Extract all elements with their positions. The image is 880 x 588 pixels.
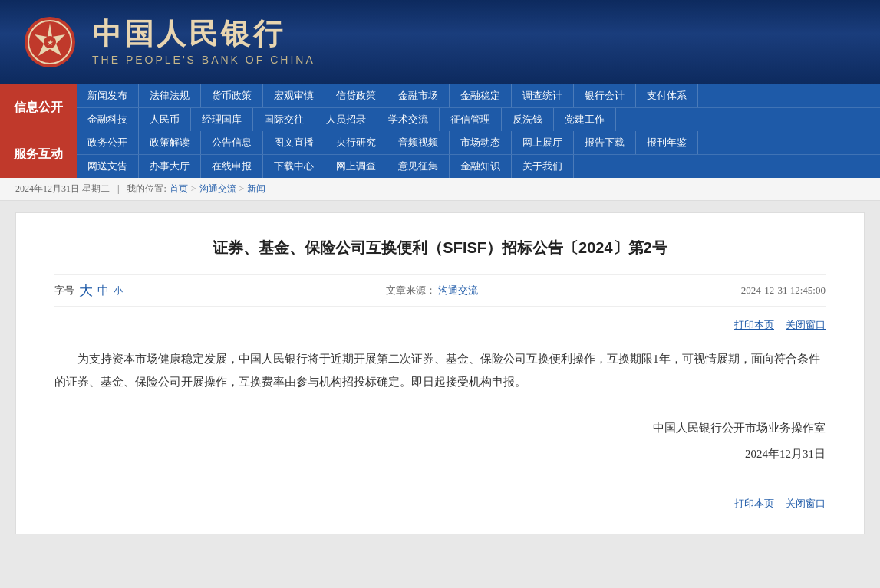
breadcrumb-location-label: 我的位置: [127, 182, 166, 195]
nav-item-xueshu[interactable]: 学术交流 [377, 108, 440, 131]
main-content: 证券、基金、保险公司互换便利（SFISF）招标公告〔2024〕第2号 字号 大 … [15, 212, 865, 534]
header-text-block: 中国人民银行 THE PEOPLE'S BANK OF CHINA [92, 18, 315, 66]
nav-item-yinhang[interactable]: 银行会计 [574, 84, 636, 107]
source-link[interactable]: 沟通交流 [438, 284, 478, 296]
nav-item-guoku[interactable]: 经理国库 [191, 108, 253, 131]
section2-label: 服务互动 [0, 131, 77, 178]
nav-item-zaixian[interactable]: 在线申报 [201, 155, 263, 178]
nav-item-renminbi[interactable]: 人民币 [139, 108, 191, 131]
nav-item-shichang[interactable]: 市场动态 [450, 131, 512, 154]
nav-item-yanghang[interactable]: 央行研究 [325, 131, 387, 154]
nav-item-zhengwu[interactable]: 政务公开 [77, 131, 139, 154]
nav-item-banshi[interactable]: 办事大厅 [139, 155, 201, 178]
nav-rows-top: 新闻发布 法律法规 货币政策 宏观审慎 信贷政策 金融市场 金融稳定 调查统计 … [77, 84, 880, 131]
nav-item-zhifu[interactable]: 支付体系 [636, 84, 698, 107]
article-sign-date: 2024年12月31日 [54, 447, 826, 462]
breadcrumb: 2024年12月31日 星期二 | 我的位置: 首页 > 沟通交流 > 新闻 [0, 178, 880, 201]
breadcrumb-nav1[interactable]: 沟通交流 [199, 182, 236, 195]
breadcrumb-nav2[interactable]: 新闻 [247, 182, 265, 195]
breadcrumb-arrow2: > [239, 183, 245, 195]
nav-item-xindai[interactable]: 信贷政策 [325, 84, 387, 107]
nav-item-xinwen[interactable]: 新闻发布 [77, 84, 139, 107]
nav-item-dangian[interactable]: 党建工作 [554, 108, 616, 131]
nav-item-wending[interactable]: 金融稳定 [450, 84, 512, 107]
font-small-btn[interactable]: 小 [114, 284, 123, 297]
font-label: 字号 [54, 284, 74, 297]
section1-label: 信息公开 [0, 84, 77, 131]
nav-item-keji[interactable]: 金融科技 [77, 108, 139, 131]
nav-item-guanyu[interactable]: 关于我们 [512, 155, 574, 178]
nav-item-wangsong[interactable]: 网送文告 [77, 155, 139, 178]
bank-logo: ★ [23, 15, 77, 69]
bank-name-english: THE PEOPLE'S BANK OF CHINA [92, 54, 315, 66]
nav-rows-bottom: 政务公开 政策解读 公告信息 图文直播 央行研究 音频视频 市场动态 网上展厅 … [77, 131, 880, 178]
print-page-top[interactable]: 打印本页 [734, 318, 774, 332]
svg-text:★: ★ [47, 38, 54, 47]
nav-item-xiazai[interactable]: 下载中心 [263, 155, 325, 178]
article-meta: 字号 大 中 小 文章来源： 沟通交流 2024-12-31 12:45:00 [54, 274, 826, 307]
nav-row-2: 金融科技 人民币 经理国库 国际交往 人员招录 学术交流 征信管理 反洗钱 党建… [77, 108, 880, 131]
nav-item-diaocha2[interactable]: 网上调查 [325, 155, 387, 178]
print-page-bottom[interactable]: 打印本页 [734, 497, 774, 511]
nav-item-hongguan[interactable]: 宏观审慎 [263, 84, 325, 107]
breadcrumb-date: 2024年12月31日 星期二 [15, 182, 110, 195]
nav-item-baogao[interactable]: 报告下载 [574, 131, 636, 154]
nav-item-renyuan[interactable]: 人员招录 [315, 108, 377, 131]
nav-item-yinpin[interactable]: 音频视频 [387, 131, 450, 154]
nav-item-falv[interactable]: 法律法规 [139, 84, 201, 107]
nav-item-tuwenzb[interactable]: 图文直播 [263, 131, 325, 154]
nav-row-3: 政务公开 政策解读 公告信息 图文直播 央行研究 音频视频 市场动态 网上展厅 … [77, 131, 880, 155]
bottom-print-bar: 打印本页 关闭窗口 [54, 485, 826, 511]
close-window-top[interactable]: 关闭窗口 [786, 318, 826, 332]
breadcrumb-sep: | [117, 183, 119, 195]
nav-item-huobi[interactable]: 货币政策 [201, 84, 263, 107]
site-header: ★ 中国人民银行 THE PEOPLE'S BANK OF CHINA [0, 0, 880, 84]
article-title: 证券、基金、保险公司互换便利（SFISF）招标公告〔2024〕第2号 [54, 236, 826, 259]
close-window-bottom[interactable]: 关闭窗口 [786, 497, 826, 511]
nav-item-yijian[interactable]: 意见征集 [387, 155, 450, 178]
nav-item-fanxi[interactable]: 反洗钱 [502, 108, 554, 131]
source-label: 文章来源： [386, 284, 436, 296]
top-print-bar: 打印本页 关闭窗口 [54, 318, 826, 332]
article-body: 为支持资本市场健康稳定发展，中国人民银行将于近期开展第二次证券、基金、保险公司互… [54, 347, 826, 393]
breadcrumb-arrow1: > [191, 183, 196, 195]
bank-name-chinese: 中国人民银行 [92, 18, 285, 51]
nav-bar-top: 信息公开 新闻发布 法律法规 货币政策 宏观审慎 信贷政策 金融市场 金融稳定 … [0, 84, 880, 131]
font-medium-btn[interactable]: 中 [97, 284, 109, 298]
article-source: 文章来源： 沟通交流 [386, 284, 478, 297]
nav-row-4: 网送文告 办事大厅 在线申报 下载中心 网上调查 意见征集 金融知识 关于我们 [77, 155, 880, 178]
nav-item-wangshang[interactable]: 网上展厅 [512, 131, 574, 154]
article-sign: 中国人民银行公开市场业务操作室 [54, 416, 826, 439]
article-date: 2024-12-31 12:45:00 [741, 284, 826, 297]
breadcrumb-home[interactable]: 首页 [170, 182, 188, 195]
nav-item-diaocha[interactable]: 调查统计 [512, 84, 574, 107]
nav-row-1: 新闻发布 法律法规 货币政策 宏观审慎 信贷政策 金融市场 金融稳定 调查统计 … [77, 84, 880, 108]
nav-item-baokanyear[interactable]: 报刊年鉴 [636, 131, 698, 154]
font-large-btn[interactable]: 大 [79, 281, 93, 300]
nav-item-guoji[interactable]: 国际交往 [253, 108, 315, 131]
nav-item-zhengxin[interactable]: 征信管理 [440, 108, 502, 131]
nav-item-jinrong[interactable]: 金融市场 [387, 84, 450, 107]
nav-item-zhengce[interactable]: 政策解读 [139, 131, 201, 154]
nav-item-gonggao[interactable]: 公告信息 [201, 131, 263, 154]
nav-bar-bottom: 服务互动 政务公开 政策解读 公告信息 图文直播 央行研究 音频视频 市场动态 … [0, 131, 880, 178]
font-size-control: 字号 大 中 小 [54, 281, 123, 300]
nav-item-jinrongzs[interactable]: 金融知识 [450, 155, 512, 178]
